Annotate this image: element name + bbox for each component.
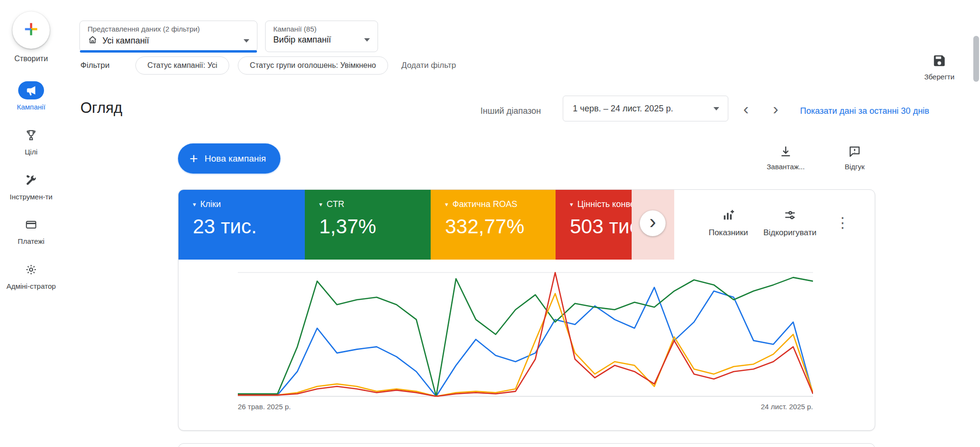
scorecard-row: ▾ Кліки 23 тис. ▾ CTR 1,37% ▾ Фактична R… [178, 190, 875, 260]
sidebar: Створити Кампанії Цілі Інструмен-ти [0, 0, 62, 447]
save-button[interactable]: Зберегти [908, 54, 970, 81]
scorecard-label: Фактична ROAS [453, 199, 517, 209]
scorecard-actions: Показники Відкоригувати ⋮ [674, 190, 875, 260]
more-options-menu[interactable]: ⋮ [832, 216, 854, 230]
google-ads-overview-page: Створити Кампанії Цілі Інструмен-ти [0, 0, 980, 447]
filter-chip-label: Статус кампанії: Усі [147, 61, 217, 70]
sidebar-item-label: Інструмен-ти [10, 193, 53, 202]
sidebar-item-label: Платежі [18, 237, 45, 246]
date-range-value: 1 черв. – 24 лист. 2025 р. [573, 104, 673, 114]
line-chart-canvas [238, 272, 813, 397]
scorecard-label: Кліки [200, 199, 221, 209]
next-section-card-partial [178, 443, 875, 447]
chevron-down-icon [713, 107, 719, 110]
filter-chip-campaign-status[interactable]: Статус кампанії: Усі [135, 56, 229, 75]
sidebar-item-label: Адміні-стратор [6, 282, 56, 291]
chevron-right-icon: › [649, 212, 656, 232]
metrics-button[interactable]: Показники [709, 208, 748, 238]
data-view-selector[interactable]: Представлення даних (2 фільтри) Усі камп… [79, 21, 257, 52]
scorecard-value: 23 тис. [193, 215, 305, 238]
multicolor-plus-icon [23, 21, 39, 39]
sidebar-item-goals[interactable]: Цілі [5, 126, 57, 157]
next-period-button[interactable]: › [765, 98, 787, 120]
campaign-selector-caption: Кампанії (85) [273, 25, 370, 33]
campaign-selector[interactable]: Кампанії (85) Вибір кампанії [265, 21, 378, 52]
scorecard-conversion-value[interactable]: ▾ Цінність конве... 503 тис. [556, 190, 632, 260]
tools-icon [18, 171, 44, 189]
metric-dropdown-icon: ▾ [193, 201, 196, 207]
scorecard-label: CTR [327, 199, 345, 209]
plus-icon: + [189, 152, 198, 166]
scorecard-label: Цінність конве... [578, 199, 632, 209]
next-scorecards-button[interactable]: › [640, 210, 666, 236]
feedback-bubble-icon [848, 145, 861, 160]
scorecard-value: 503 тис. [570, 215, 632, 238]
chart-line-Фактична ROAS [238, 294, 813, 396]
metric-dropdown-icon: ▾ [570, 201, 573, 207]
metric-dropdown-icon: ▾ [445, 201, 448, 207]
chart-line-Цінність конверсії [238, 273, 813, 396]
previous-period-button[interactable]: ‹ [735, 98, 757, 120]
sidebar-item-label: Цілі [25, 148, 38, 157]
sidebar-item-campaigns[interactable]: Кампанії [5, 81, 57, 112]
home-icon [88, 35, 98, 47]
scorecard-ctr[interactable]: ▾ CTR 1,37% [305, 190, 431, 260]
active-view-underline [80, 50, 257, 53]
metrics-icon [722, 208, 735, 224]
sidebar-item-tools[interactable]: Інструмен-ти [5, 171, 57, 202]
download-icon [779, 145, 792, 160]
megaphone-icon [18, 81, 44, 99]
other-range-label[interactable]: Інший діапазон [480, 106, 541, 116]
data-view-selector-caption: Представлення даних (2 фільтри) [88, 25, 249, 33]
data-view-selector-value: Усі кампанії [102, 36, 149, 46]
x-axis-start-label: 26 трав. 2025 р. [238, 403, 291, 411]
create-button[interactable] [12, 11, 50, 49]
filter-bar: Фільтри Статус кампанії: Усі Статус груп… [80, 56, 456, 75]
new-campaign-button[interactable]: + Нова кампанія [178, 143, 280, 174]
adjust-sliders-icon [783, 208, 797, 224]
new-campaign-label: Нова кампанія [205, 153, 266, 164]
x-axis-end-label: 24 лист. 2025 р. [761, 403, 813, 411]
page-title: Огляд [80, 99, 122, 117]
overview-summary-card: ▾ Кліки 23 тис. ▾ CTR 1,37% ▾ Фактична R… [178, 189, 875, 431]
filters-title: Фільтри [80, 61, 110, 70]
sidebar-item-admin[interactable]: Адміні-стратор [5, 261, 57, 291]
metric-dropdown-icon: ▾ [319, 201, 323, 207]
scorecard-roas[interactable]: ▾ Фактична ROAS 332,77% [431, 190, 556, 260]
overview-chart [238, 272, 813, 397]
create-button-label: Створити [14, 55, 48, 63]
trophy-icon [18, 126, 44, 144]
vertical-scrollbar[interactable] [973, 36, 979, 82]
save-floppy-icon [932, 54, 947, 70]
show-last-30-days-link[interactable]: Показати дані за останні 30 днів [800, 106, 929, 116]
chevron-right-icon: › [773, 99, 778, 118]
scorecard-clicks[interactable]: ▾ Кліки 23 тис. [178, 190, 305, 260]
download-button[interactable]: Завантаж... [757, 145, 814, 171]
campaign-selector-value: Вибір кампанії [273, 35, 331, 45]
sidebar-item-billing[interactable]: Платежі [5, 216, 57, 246]
chart-line-Кліки [238, 287, 813, 396]
add-filter-button[interactable]: Додати фільтр [401, 61, 456, 70]
adjust-button[interactable]: Відкоригувати [763, 208, 816, 238]
chevron-down-icon [244, 39, 249, 43]
sidebar-nav: Кампанії Цілі Інструмен-ти Платежі [0, 81, 62, 291]
save-button-label: Зберегти [924, 73, 954, 81]
download-label: Завантаж... [767, 163, 804, 171]
feedback-label: Відгук [845, 163, 865, 171]
feedback-button[interactable]: Відгук [826, 145, 883, 171]
chevron-down-icon [364, 38, 370, 42]
date-range-selector[interactable]: 1 черв. – 24 лист. 2025 р. [563, 96, 728, 121]
scorecard-value: 332,77% [445, 215, 556, 238]
metrics-button-label: Показники [709, 228, 748, 238]
filter-chip-adgroup-status[interactable]: Статус групи оголошень: Увімкнено [238, 56, 388, 75]
gear-icon [18, 261, 44, 279]
chevron-left-icon: ‹ [743, 99, 748, 118]
scorecard-value: 1,37% [319, 215, 431, 238]
sidebar-item-label: Кампанії [17, 103, 45, 112]
filter-chip-label: Статус групи оголошень: Увімкнено [250, 61, 376, 70]
adjust-button-label: Відкоригувати [763, 228, 816, 238]
payments-icon [18, 216, 44, 234]
